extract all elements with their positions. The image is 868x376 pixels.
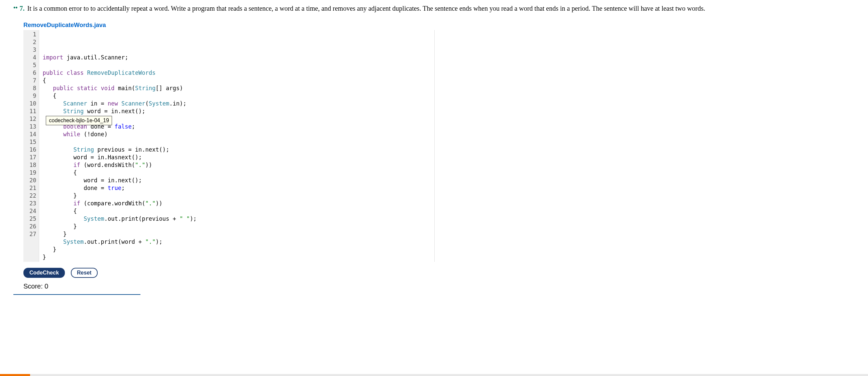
code-line[interactable]: while (!done) [42,131,431,138]
code-line[interactable]: String word = in.next(); [42,107,431,115]
codecheck-button[interactable]: CodeCheck [23,268,65,278]
line-number: 24 [29,207,36,215]
line-number: 6 [29,69,36,77]
problem-number: 7. [20,3,25,13]
code-area[interactable]: codecheck-bjlo-1e-04_19 import java.util… [39,30,434,262]
code-line[interactable]: Scanner in = new Scanner(System.in); [42,100,431,107]
tooltip: codecheck-bjlo-1e-04_19 [46,116,112,125]
code-line[interactable]: { [42,77,431,84]
code-line[interactable]: } [42,192,431,200]
line-number: 23 [29,200,36,207]
code-line[interactable]: } [42,253,431,261]
code-line[interactable]: public class RemoveDuplicateWords [42,69,431,77]
line-number: 3 [29,46,36,54]
line-number: 18 [29,161,36,169]
line-number: 21 [29,184,36,192]
line-number: 25 [29,215,36,223]
code-line[interactable]: System.out.print(previous + " "); [42,215,431,223]
line-number: 8 [29,84,36,92]
code-line[interactable]: word = in.next(); [42,177,431,184]
section-divider [13,294,268,295]
line-number: 17 [29,153,36,161]
line-number: 26 [29,223,36,230]
line-number: 14 [29,131,36,138]
line-number: 5 [29,62,36,69]
code-line[interactable]: { [42,207,431,215]
filename-label: RemoveDuplicateWords.java [23,22,855,29]
code-line[interactable] [42,62,431,69]
reset-button[interactable]: Reset [71,268,98,278]
code-line[interactable]: done = true; [42,184,431,192]
score-label: Score: 0 [23,282,855,290]
code-line[interactable]: public static void main(String[] args) [42,84,431,92]
problem-bullets: •• [13,3,18,12]
problem-heading: •• 7. It is a common error to to acciden… [13,3,855,13]
line-number: 12 [29,115,36,123]
code-line[interactable]: { [42,92,431,100]
code-line[interactable]: if (word.endsWith(".")) [42,161,431,169]
code-line[interactable]: { [42,169,431,177]
line-number: 2 [29,38,36,46]
problem-text: It is a common error to to accidentally … [27,3,705,13]
code-line[interactable]: System.out.print(word + "."); [42,238,431,246]
code-line[interactable]: } [42,246,431,253]
code-editor[interactable]: 1234567891011121314151617181920212223242… [23,30,435,262]
code-line[interactable] [42,138,431,146]
code-line[interactable]: if (compare.wordWith(".")) [42,200,431,207]
line-number: 15 [29,138,36,146]
line-number: 11 [29,107,36,115]
line-number: 7 [29,77,36,84]
line-number: 22 [29,192,36,200]
line-number: 20 [29,177,36,184]
line-number: 13 [29,123,36,131]
line-number: 4 [29,54,36,62]
line-number-gutter: 1234567891011121314151617181920212223242… [23,30,39,262]
line-number: 27 [29,230,36,238]
line-number: 10 [29,100,36,107]
line-number: 16 [29,146,36,153]
button-row: CodeCheck Reset [23,268,855,278]
line-number: 1 [29,31,36,38]
line-number: 9 [29,92,36,100]
code-line[interactable]: String previous = in.next(); [42,146,431,153]
code-line[interactable]: word = in.Hasnext(); [42,153,431,161]
line-number: 19 [29,169,36,177]
code-line[interactable]: } [42,223,431,230]
code-line[interactable]: } [42,230,431,238]
code-line[interactable]: import java.util.Scanner; [42,54,431,62]
